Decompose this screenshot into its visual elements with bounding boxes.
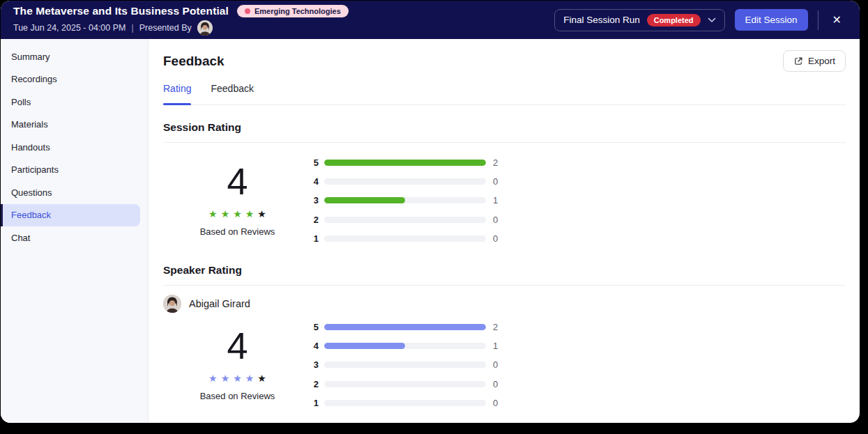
session-datetime: Tue Jun 24, 2025 - 04:00 PM [13,23,125,33]
category-badge-label: Emerging Technologies [254,7,341,15]
rating-bar-count: 1 [493,195,498,206]
tab-feedback[interactable]: Feedback [211,83,253,104]
main-content: Feedback Export Rating Feedback Session … [149,39,860,423]
presenter-avatar [197,20,213,36]
star-icon: ★ [208,373,218,383]
rating-bar-label: 5 [312,322,319,332]
session-rating-summary: 4 ★★★★★ Based on Reviews [163,153,312,237]
star-icon: ★ [245,209,254,219]
sidebar-item-materials[interactable]: Materials [1,114,140,137]
rating-bar-row-1: 1 0 [312,229,498,248]
sidebar-item-participants[interactable]: Participants [1,159,140,182]
rating-bar-label: 1 [312,233,319,244]
export-button-label: Export [808,56,835,66]
rating-bar-row-5: 5 2 [312,318,498,336]
close-icon[interactable]: ✕ [828,10,846,29]
rating-bar-track [324,362,486,368]
speaker-rating-heading: Speaker Rating [163,264,846,286]
sidebar-item-chat[interactable]: Chat [1,226,140,249]
rating-bar-track [324,178,486,185]
star-icon: ★ [245,373,254,383]
star-icon: ★ [221,209,230,219]
rating-bar-label: 5 [312,157,319,168]
rating-bar-count: 0 [493,398,498,408]
rating-bar-row-2: 2 0 [312,210,498,229]
speaker-average-rating: 4 [163,327,312,364]
rating-bar-count: 2 [493,157,498,168]
session-rating-heading: Session Rating [163,121,846,143]
rating-bar-count: 2 [493,322,498,332]
rating-bar-count: 0 [493,215,498,225]
rating-bar-track [324,160,486,166]
sidebar-item-questions[interactable]: Questions [1,181,140,204]
rating-bar-track [324,324,486,330]
rating-bar-label: 3 [312,359,319,370]
feedback-tabs: Rating Feedback [163,83,846,105]
session-rating-section: Session Rating 4 ★★★★★ Based on Reviews … [163,121,846,248]
rating-bar-label: 4 [312,176,319,187]
star-icon: ★ [208,209,218,219]
session-star-rating: ★★★★★ [163,209,312,219]
rating-bar-track [324,400,486,406]
edit-session-button[interactable]: Edit Session [735,9,808,31]
status-badge: Completed [647,14,701,26]
sidebar-item-summary[interactable]: Summary [1,45,140,68]
session-run-label: Final Session Run [563,15,640,25]
rating-bar-label: 4 [312,341,319,351]
rating-bar-fill [324,324,486,330]
presenter-avatar-image [197,20,213,36]
rating-bar-count: 0 [493,176,498,187]
speaker-star-rating: ★★★★★ [163,373,312,383]
rating-bar-label: 1 [312,398,319,408]
rating-bar-label: 2 [312,379,319,389]
rating-bar-count: 0 [493,233,498,244]
star-icon: ★ [257,209,266,219]
export-icon [793,56,803,66]
rating-bar-row-4: 4 0 [312,172,498,191]
export-button[interactable]: Export [783,50,846,72]
speaker-rating-bars: 5 2 4 1 3 0 2 0 [312,318,498,412]
rating-bar-track [324,381,486,387]
sidebar-item-handouts[interactable]: Handouts [1,136,140,159]
rating-bar-label: 2 [312,215,319,225]
rating-bar-count: 0 [493,379,498,389]
speaker-avatar [163,295,181,313]
star-icon: ★ [233,209,242,219]
speaker-avatar-image [163,295,181,313]
star-icon: ★ [257,373,266,383]
session-header: The Metaverse and Its Business Potential… [1,1,860,39]
rating-bar-fill [324,160,486,166]
session-average-rating: 4 [163,162,312,200]
category-dot-icon [245,8,250,14]
sidebar-nav: SummaryRecordingsPollsMaterialsHandoutsP… [1,39,149,423]
app-window: The Metaverse and Its Business Potential… [1,1,860,423]
session-based-on-label: Based on Reviews [163,226,312,237]
separator: | [131,23,133,33]
page-title: Feedback [163,54,224,69]
rating-bar-track [324,235,486,242]
chevron-down-icon [708,17,716,23]
rating-bar-row-1: 1 0 [312,394,498,412]
rating-bar-fill [324,197,405,203]
presented-by-label: Presented By [139,23,192,33]
speaker-based-on-label: Based on Reviews [163,391,312,401]
speaker-rating-summary: 4 ★★★★★ Based on Reviews [163,318,312,401]
rating-bar-track [324,343,486,349]
rating-bar-count: 1 [493,341,498,351]
rating-bar-track [324,197,486,203]
sidebar-item-polls[interactable]: Polls [1,91,140,114]
tab-rating[interactable]: Rating [163,83,191,104]
rating-bar-row-2: 2 0 [312,375,498,394]
sidebar-item-recordings[interactable]: Recordings [1,68,140,91]
session-info: The Metaverse and Its Business Potential… [13,5,349,36]
rating-bar-label: 3 [312,195,319,206]
sidebar-item-feedback[interactable]: Feedback [1,204,140,227]
rating-bar-row-5: 5 2 [312,153,498,172]
speaker-rating-section: Speaker Rating Abigail Girard 4 [163,264,846,412]
rating-bar-row-3: 3 0 [312,355,498,374]
session-title: The Metaverse and Its Business Potential [13,5,229,17]
session-run-selector[interactable]: Final Session Run Completed [554,9,724,31]
category-badge: Emerging Technologies [237,5,349,17]
star-icon: ★ [221,373,230,383]
session-rating-bars: 5 2 4 0 3 1 2 0 [312,153,498,248]
